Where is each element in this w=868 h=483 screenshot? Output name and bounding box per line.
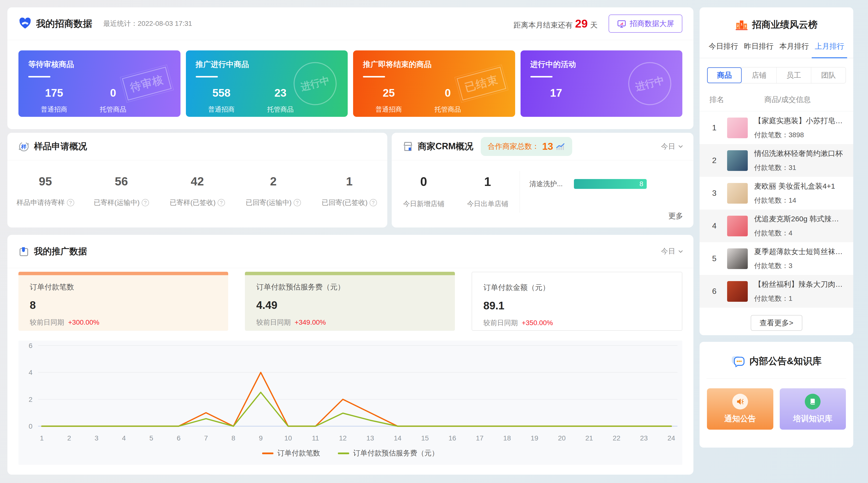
promo-value: 558 — [196, 87, 247, 99]
promotion-data-panel: 我的推广数据 今日 订单付款笔数 8 较前日同期+300.00% 订单付款预估服… — [7, 235, 693, 475]
view-more-button[interactable]: 查看更多> — [751, 315, 802, 331]
crm-label: 今日出单店铺 — [456, 199, 520, 209]
ranking-row-5[interactable]: 6【粉丝福利】辣条大刀肉儿时...付款笔数：1 — [700, 275, 853, 308]
stat-card-topbar — [19, 272, 228, 275]
svg-text:20: 20 — [558, 434, 565, 442]
crm-date-filter[interactable]: 今日 — [661, 142, 683, 151]
svg-text:10: 10 — [284, 434, 292, 442]
sample-value: 2 — [235, 175, 311, 188]
training-tile[interactable]: 培训知识库 — [780, 388, 846, 430]
sample-icon: 样 — [18, 141, 30, 153]
help-icon[interactable] — [370, 199, 377, 206]
help-icon[interactable] — [67, 199, 74, 206]
segment-product[interactable]: 商品 — [707, 67, 742, 83]
svg-text:19: 19 — [531, 434, 538, 442]
promo-card-title: 等待审核商品 — [28, 59, 170, 69]
product-name: 【家庭实惠装】小苏打皂粉一... — [754, 116, 843, 126]
big-screen-button[interactable]: 招商数据大屏 — [609, 14, 682, 33]
sample-label: 已寄样(运输中) — [94, 198, 140, 207]
promo-card-3: 进行中的活动 17 进行中 — [521, 51, 683, 117]
ranking-panel: 213 招商业绩风云榜 今日排行 昨日排行 本月排行 上月排行 商品 店铺 员工… — [700, 7, 853, 335]
podium-icon: 213 — [736, 20, 748, 30]
notice-tile[interactable]: 通知公告 — [707, 388, 773, 430]
stat-card-topbar — [245, 272, 455, 275]
segment-shop[interactable]: 店铺 — [742, 67, 776, 83]
product-thumbnail — [727, 150, 748, 171]
crm-more-link[interactable]: 更多 — [668, 211, 683, 221]
ranking-table-header: 排名 商品/成交信息 — [700, 95, 853, 112]
svg-text:5: 5 — [149, 434, 153, 442]
delta-value: +350.00% — [522, 319, 553, 327]
product-name: 【粉丝福利】辣条大刀肉儿时... — [754, 279, 843, 290]
my-investment-panel: 我的招商数据 最近统计：2022-08-03 17:31 距离本月结束还有29天… — [7, 7, 693, 129]
svg-text:8: 8 — [231, 434, 235, 442]
shop-bar-label: 清途洗护... — [529, 179, 570, 189]
svg-text:17: 17 — [476, 434, 484, 442]
sample-stats: 95样品申请待寄样 56已寄样(运输中) 42已寄样(已签收) 2已回寄(运输中… — [7, 160, 387, 207]
book-icon — [805, 394, 820, 410]
help-icon[interactable] — [293, 199, 301, 206]
svg-text:18: 18 — [503, 434, 511, 442]
chevron-down-icon — [678, 145, 683, 148]
title-underline — [28, 76, 51, 78]
promo-value: 175 — [28, 87, 80, 99]
svg-text:7: 7 — [204, 434, 208, 442]
trend-icon — [556, 143, 565, 151]
panel-header: 样 样品申请概况 — [7, 133, 387, 160]
ranking-row-4[interactable]: 5夏季超薄款女士短筒丝袜隐形...付款笔数：3 — [700, 242, 853, 275]
ranking-row-0[interactable]: 1【家庭实惠装】小苏打皂粉一...付款笔数：3898 — [700, 112, 853, 144]
speaker-icon — [732, 394, 748, 410]
svg-text:2: 2 — [29, 396, 32, 403]
svg-text:23: 23 — [640, 434, 648, 442]
svg-text:13: 13 — [366, 434, 374, 442]
stat-card-pay-amount: 订单付款金额（元） 89.1 较前日同期+350.00% — [472, 272, 682, 331]
svg-text:0: 0 — [29, 423, 32, 430]
svg-text:2: 2 — [737, 24, 739, 28]
knowledge-title: 内部公告&知识库 — [700, 355, 853, 367]
product-thumbnail — [727, 216, 748, 236]
tab-yesterday-rank[interactable]: 昨日排行 — [741, 41, 777, 58]
title-underline — [530, 76, 553, 78]
ranking-row-1[interactable]: 2情侣洗漱杯轻奢简约漱口杯付款笔数：31 — [700, 144, 853, 177]
promo-card-2: 推广即将结束的商品 25普通招商 0托管商品 已结束 — [353, 51, 515, 117]
ranking-title: 213 招商业绩风云榜 — [700, 19, 853, 31]
legend-pay-count[interactable]: 订单付款笔数 — [262, 448, 320, 458]
svg-text:14: 14 — [394, 434, 401, 442]
promo-label: 普通招商 — [363, 105, 414, 114]
product-thumbnail — [727, 183, 748, 204]
promo-label: 托管商品 — [255, 105, 306, 114]
promotion-date-filter[interactable]: 今日 — [661, 246, 683, 256]
legend-service-fee[interactable]: 订单付款预估服务费（元） — [338, 448, 439, 458]
svg-text:4: 4 — [122, 434, 126, 442]
help-icon[interactable] — [142, 199, 149, 206]
svg-text:1: 1 — [40, 434, 44, 442]
svg-text:6: 6 — [177, 434, 181, 442]
sample-label: 已回寄(已签收) — [322, 198, 368, 207]
vertical-divider — [520, 171, 520, 213]
crm-label: 今日新增店铺 — [392, 199, 456, 209]
segment-staff[interactable]: 员工 — [776, 67, 811, 83]
legend-dash — [262, 453, 273, 454]
tab-this-month-rank[interactable]: 本月排行 — [777, 41, 812, 58]
ranking-segments: 商品 店铺 员工 团队 — [707, 67, 846, 83]
svg-text:1: 1 — [741, 22, 743, 26]
title-underline — [196, 76, 218, 78]
crm-stats: 0今日新增店铺 1今日出单店铺 — [392, 160, 520, 228]
shop-bar-row: 清途洗护... 8 — [529, 179, 647, 189]
segment-team[interactable]: 团队 — [811, 67, 846, 83]
ranking-row-2[interactable]: 3麦欧丽 美妆蛋礼盒装4+1付款笔数：14 — [700, 177, 853, 210]
promo-label: 普通招商 — [196, 105, 247, 114]
stat-time: 最近统计：2022-08-03 17:31 — [103, 19, 192, 28]
svg-text:6: 6 — [29, 342, 32, 350]
promotion-line-chart: 0246123456789101112131415161718192021222… — [19, 341, 682, 465]
help-icon[interactable] — [218, 199, 225, 206]
ranking-rows: 1【家庭实惠装】小苏打皂粉一...付款笔数：3898 2情侣洗漱杯轻奢简约漱口杯… — [700, 112, 853, 308]
ranking-row-3[interactable]: 4优追麦克斯260g 韩式辣酱 不...付款笔数：4 — [700, 210, 853, 242]
product-name: 优追麦克斯260g 韩式辣酱 不... — [754, 214, 843, 224]
promo-label: 托管商品 — [422, 105, 473, 114]
delta-value: +300.00% — [68, 319, 99, 326]
sample-overview-panel: 样 样品申请概况 95样品申请待寄样 56已寄样(运输中) 42已寄样(已签收)… — [7, 133, 387, 228]
tab-last-month-rank[interactable]: 上月排行 — [812, 41, 847, 58]
sample-value: 42 — [159, 175, 235, 188]
tab-today-rank[interactable]: 今日排行 — [706, 41, 741, 58]
